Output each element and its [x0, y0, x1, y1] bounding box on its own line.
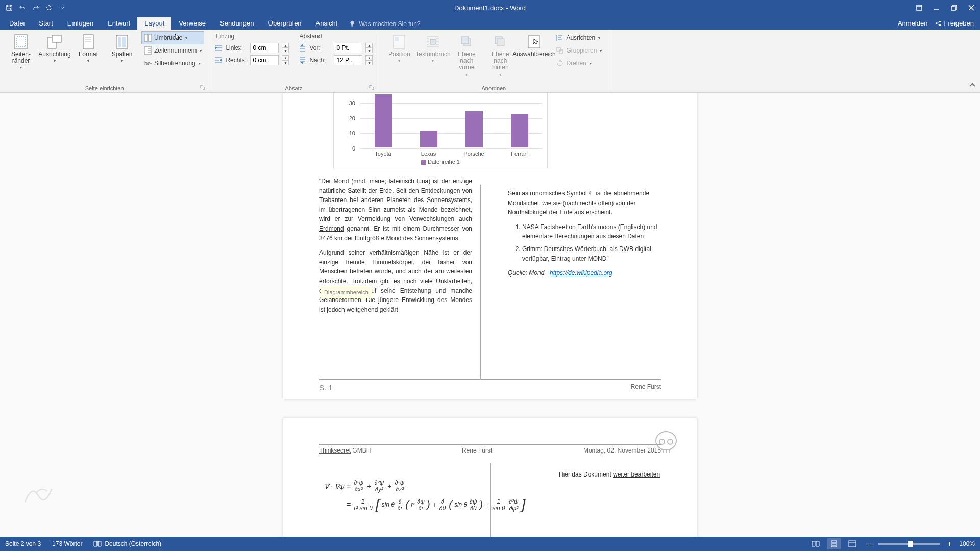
sign-in-button[interactable]: Anmelden — [898, 19, 928, 30]
svg-rect-19 — [430, 39, 435, 44]
svg-rect-0 — [917, 5, 922, 10]
share-button[interactable]: Freigeben — [935, 19, 974, 30]
bring-forward-button[interactable]: Ebene nach vorne▾ — [451, 32, 482, 79]
indent-heading: Einzug — [214, 32, 289, 42]
size-icon — [80, 34, 96, 50]
body-text-right[interactable]: Sein astronomisches Symbol ☾ ist die abn… — [508, 189, 661, 278]
read-mode-icon[interactable] — [809, 538, 822, 549]
chart-y-axis: 0102030 — [334, 95, 358, 147]
page-2: Thinksecret GMBH Rene Fürst Montag, 02. … — [283, 418, 697, 537]
page2-note[interactable]: Hier das Dokument weiter bearbeiten — [559, 471, 661, 478]
title-bar: Dokument1.docx - Word — [0, 0, 980, 15]
svg-rect-18 — [395, 37, 399, 41]
hyphenation-button[interactable]: bc Silbentrennung▾ — [142, 57, 204, 69]
watermark-icon — [15, 475, 61, 511]
indent-right-icon — [214, 56, 223, 64]
collapse-ribbon-icon[interactable] — [969, 82, 976, 90]
position-icon — [391, 34, 407, 50]
sync-icon[interactable] — [43, 2, 55, 13]
chart-category-label: Ferrari — [504, 151, 535, 157]
svg-rect-11 — [118, 37, 121, 47]
spacing-before-input[interactable] — [334, 43, 362, 53]
qat-customize-icon[interactable] — [56, 2, 68, 13]
spinner-down[interactable]: ▼ — [282, 60, 289, 65]
indent-right-input[interactable] — [250, 55, 279, 65]
group-seite-einrichten: Seiten- ränder▾ Ausrichtung▾ Format▾ Spa… — [0, 30, 209, 92]
align-button[interactable]: Ausrichten▾ — [554, 32, 604, 44]
status-language[interactable]: Deutsch (Österreich) — [93, 540, 161, 547]
rotate-button: Drehen▾ — [554, 57, 604, 69]
skull-icon — [651, 428, 681, 458]
tab-layout[interactable]: Layout — [137, 17, 172, 30]
spinner-down[interactable]: ▼ — [365, 60, 373, 65]
spinner-up[interactable]: ▲ — [282, 43, 289, 48]
body-text-left[interactable]: "Der Mond (mhd. māne; lateinisch luna) i… — [319, 177, 472, 314]
svg-rect-23 — [497, 39, 504, 46]
save-icon[interactable] — [3, 2, 15, 13]
page-footer: S. 1 Rene Fürst — [319, 379, 661, 392]
size-button[interactable]: Format▾ — [72, 32, 104, 65]
position-button[interactable]: Position▾ — [383, 32, 415, 65]
page-setup-launcher[interactable] — [200, 85, 206, 91]
line-numbers-button[interactable]: Zeilennummern▾ — [142, 44, 204, 57]
spinner-down[interactable]: ▼ — [365, 48, 373, 53]
tab-start[interactable]: Start — [32, 17, 60, 30]
undo-icon[interactable] — [16, 2, 29, 13]
columns-button[interactable]: Spalten▾ — [106, 32, 138, 65]
send-backward-button[interactable]: Ebene nach hinten▾ — [484, 32, 516, 79]
indent-right-field: Rechts: ▲▼ — [214, 54, 289, 66]
tab-ansicht[interactable]: Ansicht — [309, 17, 345, 30]
tab-ueberpruefen[interactable]: Überprüfen — [261, 17, 309, 30]
group-icon — [556, 46, 564, 55]
spinner-up[interactable]: ▲ — [365, 43, 373, 48]
indent-left-input[interactable] — [250, 43, 279, 53]
wrap-text-icon — [425, 34, 441, 50]
status-page[interactable]: Seite 2 von 3 — [5, 540, 41, 547]
svg-point-4 — [939, 24, 941, 26]
restore-icon[interactable] — [945, 0, 963, 15]
tab-entwurf[interactable]: Entwurf — [101, 17, 137, 30]
status-words[interactable]: 173 Wörter — [52, 540, 82, 547]
tab-einfuegen[interactable]: Einfügen — [60, 17, 101, 30]
wrap-text-button[interactable]: Textumbruch▾ — [417, 32, 449, 65]
tab-sendungen[interactable]: Sendungen — [213, 17, 261, 30]
spacing-after-input[interactable] — [334, 55, 362, 65]
selection-pane-button[interactable]: Auswahlbereich — [518, 32, 550, 60]
chart[interactable]: 0102030 ToyotaLexusPorscheFerrari Datenr… — [333, 93, 548, 168]
zoom-level[interactable]: 100% — [959, 540, 975, 547]
tab-verweise[interactable]: Verweise — [172, 17, 213, 30]
spinner-up[interactable]: ▲ — [365, 55, 373, 60]
orientation-button[interactable]: Ausrichtung▾ — [39, 32, 70, 65]
spinner-down[interactable]: ▼ — [282, 48, 289, 53]
zoom-out-icon[interactable]: − — [864, 539, 873, 548]
breaks-button[interactable]: Umbrüche▾ — [142, 32, 204, 44]
close-icon[interactable] — [963, 0, 980, 15]
web-layout-icon[interactable] — [846, 538, 859, 549]
minimize-icon[interactable] — [928, 0, 945, 15]
svg-rect-14 — [149, 34, 152, 41]
align-icon — [556, 34, 564, 42]
document-title: Dokument1.docx - Word — [454, 4, 526, 12]
svg-rect-21 — [461, 37, 469, 44]
chart-category-label: Toyota — [368, 151, 399, 157]
spacing-after-icon — [298, 56, 306, 64]
spacing-before-field: Vor: ▲▼ — [298, 42, 373, 54]
document-canvas[interactable]: 0102030 ToyotaLexusPorscheFerrari Datenr… — [0, 93, 980, 537]
tell-me-search[interactable]: Was möchten Sie tun? — [349, 20, 420, 30]
tab-datei[interactable]: Datei — [2, 17, 32, 30]
chart-plot: ToyotaLexusPorscheFerrari — [360, 95, 542, 147]
paragraph-launcher[interactable] — [369, 85, 375, 91]
redo-icon[interactable] — [30, 2, 42, 13]
equation[interactable]: ∇ · ∇ψ = ∂²ψ∂x² + ∂²ψ∂y² + ∂²ψ∂z² = 1r² … — [324, 480, 525, 513]
status-bar: Seite 2 von 3 173 Wörter Deutsch (Österr… — [0, 537, 980, 551]
wikipedia-link[interactable]: https://de.wikipedia.org — [550, 269, 612, 277]
print-layout-icon[interactable] — [827, 538, 841, 549]
zoom-slider[interactable] — [878, 543, 940, 545]
ribbon-display-options-icon[interactable] — [911, 0, 928, 15]
page-header: Thinksecret GMBH Rene Fürst Montag, 02. … — [319, 444, 661, 454]
spinner-up[interactable]: ▲ — [282, 55, 289, 60]
spacing-heading: Abstand — [298, 32, 373, 42]
zoom-in-icon[interactable]: + — [945, 539, 954, 548]
margins-button[interactable]: Seiten- ränder▾ — [5, 32, 37, 72]
tell-me-placeholder: Was möchten Sie tun? — [359, 20, 420, 28]
